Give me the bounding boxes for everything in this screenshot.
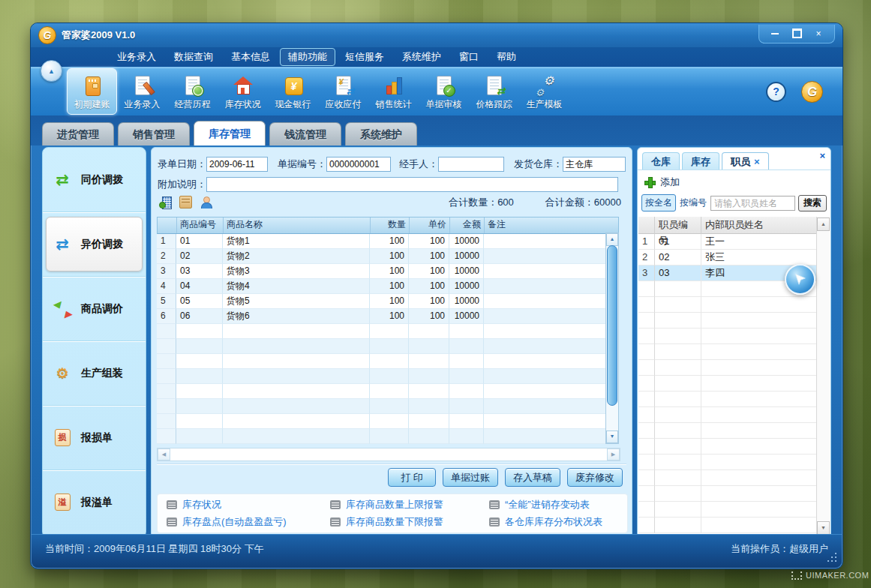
- scroll-left-icon[interactable]: ◀: [158, 448, 170, 460]
- document-panel: 录单日期： 单据编号： 经手人： 发货仓库： 附加说明： 合计数量：600 合计…: [151, 147, 632, 538]
- link-lower-limit-alert[interactable]: 库存商品数量下限报警: [330, 515, 489, 529]
- staff-row-empty: [638, 439, 817, 454]
- form-row-2: 附加说明：: [158, 177, 626, 192]
- panel-close-icon[interactable]: ×: [819, 150, 825, 161]
- watermark: UIMAKER.COM: [791, 571, 869, 580]
- link-allround-change-report[interactable]: “全能”进销存变动表: [489, 498, 627, 512]
- save-draft-button[interactable]: 存入草稿: [505, 468, 560, 487]
- filter-by-code[interactable]: 按编号: [679, 196, 707, 209]
- link-stock-check[interactable]: 库存盘点(自动盘盈盘亏): [167, 515, 330, 529]
- sidebar-item-loss-report[interactable]: 损 报损单: [43, 405, 146, 470]
- scrollbar-thumb[interactable]: [607, 245, 617, 406]
- staff-row-empty: [638, 407, 817, 423]
- staff-row-empty: [638, 344, 817, 360]
- tab-sales-management[interactable]: 销售管理: [118, 122, 190, 146]
- staff-search-input[interactable]: [710, 196, 795, 211]
- tab-close-icon[interactable]: ×: [754, 156, 760, 167]
- sidebar-item-goods-price-adjust[interactable]: 商品调价: [43, 276, 146, 340]
- action-buttons: 打 印 单据过账 存入草稿 废弃修改: [388, 468, 623, 487]
- link-stock-status[interactable]: 库存状况: [167, 498, 330, 512]
- search-button[interactable]: 搜索: [798, 195, 827, 212]
- tab-system-maintenance[interactable]: 系统维护: [345, 122, 417, 146]
- doc-no-label: 单据编号：: [278, 158, 326, 171]
- add-staff-button[interactable]: 添加: [645, 176, 680, 189]
- note-input[interactable]: [206, 177, 618, 192]
- tab-stock[interactable]: 库存: [682, 152, 719, 170]
- toolbar-button-cash-bank[interactable]: 现金银行: [268, 68, 318, 115]
- toolbar-button-production-template[interactable]: 生产模板: [519, 68, 569, 115]
- minimize-button[interactable]: [765, 27, 785, 40]
- close-button[interactable]: ×: [809, 27, 828, 40]
- toolbar-button-business-entry[interactable]: 业务录入: [117, 68, 167, 115]
- toolbar-button-voucher-audit[interactable]: 单据审核: [419, 68, 469, 115]
- tab-cashflow-management[interactable]: 钱流管理: [269, 122, 341, 146]
- table-row-empty: [157, 429, 607, 444]
- staff-row[interactable]: 1 01 王一: [638, 234, 817, 250]
- transfer-arrows-icon: ⇄: [53, 170, 72, 190]
- sidebar-item-production-assembly[interactable]: ⚙ 生产组装: [43, 340, 146, 405]
- tab-inventory-management[interactable]: 库存管理: [194, 121, 266, 146]
- help-icon[interactable]: ?: [766, 82, 786, 102]
- goods-box-icon[interactable]: [179, 196, 192, 208]
- horizontal-scrollbar[interactable]: ◀ ▶: [157, 448, 620, 461]
- staff-row[interactable]: 2 02 张三: [638, 250, 817, 266]
- toolbar-button-business-history[interactable]: 经营历程: [167, 68, 218, 115]
- doc-no-input[interactable]: [326, 157, 391, 172]
- menu-item-data-query[interactable]: 数据查询: [166, 48, 221, 66]
- menu-item-business-entry[interactable]: 业务录入: [109, 48, 164, 66]
- menu-item-system-maintenance[interactable]: 系统维护: [394, 48, 449, 66]
- maximize-button[interactable]: [787, 27, 806, 40]
- link-upper-limit-alert[interactable]: 库存商品数量上限报警: [330, 498, 489, 512]
- table-row[interactable]: 3 03 货物3 100 100 10000: [157, 264, 607, 279]
- report-icon: [330, 500, 341, 509]
- tab-purchase-management[interactable]: 进货管理: [42, 122, 114, 146]
- warehouse-building-icon[interactable]: [159, 196, 172, 208]
- menu-item-help[interactable]: 帮助: [488, 48, 524, 66]
- staff-scrollbar[interactable]: ▲ ▼: [816, 217, 830, 536]
- scroll-up-icon[interactable]: ▲: [606, 233, 618, 246]
- cursor-icon: [785, 264, 815, 295]
- table-row[interactable]: 4 04 货物4 100 100 10000: [157, 279, 607, 294]
- scroll-down-icon[interactable]: ▼: [817, 521, 830, 535]
- report-icon: [167, 500, 177, 509]
- sidebar-item-same-price-transfer[interactable]: ⇄ 同价调拨: [43, 148, 146, 212]
- table-row[interactable]: 1 01 货物1 100 100 10000: [157, 234, 607, 249]
- toolbar-button-sales-stats[interactable]: 销售统计: [368, 68, 419, 115]
- toolbar-button-price-tracking[interactable]: 价格跟踪: [469, 68, 519, 115]
- post-voucher-button[interactable]: 单据过账: [443, 468, 498, 487]
- col-note: 备注: [485, 218, 618, 233]
- tab-warehouse[interactable]: 仓库: [642, 152, 680, 170]
- table-row[interactable]: 5 05 货物5 100 100 10000: [157, 294, 607, 309]
- print-button[interactable]: 打 印: [388, 468, 436, 487]
- handler-input[interactable]: [438, 157, 504, 172]
- menu-item-basic-info[interactable]: 基本信息: [223, 48, 278, 66]
- sidebar-item-surplus-report[interactable]: 溢 报溢单: [43, 470, 146, 534]
- table-row-empty: [157, 324, 607, 339]
- filter-by-name-chip[interactable]: 按全名: [641, 194, 676, 212]
- date-input[interactable]: [206, 157, 268, 172]
- col-name: 商品名称: [224, 218, 371, 233]
- warehouse-input[interactable]: [563, 157, 626, 172]
- sidebar-item-diff-price-transfer[interactable]: ⇄ 异价调拨: [43, 212, 146, 276]
- menu-item-auxiliary[interactable]: 辅助功能: [280, 48, 335, 66]
- resize-grip[interactable]: [827, 553, 838, 563]
- vertical-scrollbar[interactable]: ▲ ▼: [605, 232, 619, 444]
- scroll-up-icon[interactable]: ▲: [817, 218, 830, 231]
- divider: [638, 170, 830, 170]
- menu-item-sms-service[interactable]: 短信服务: [337, 48, 392, 66]
- rollup-button[interactable]: ▲: [41, 60, 62, 82]
- link-warehouse-distribution[interactable]: 各仓库库存分布状况表: [489, 515, 627, 529]
- toolbar-button-receivable-payable[interactable]: 应收应付: [318, 68, 368, 115]
- brand-logo-icon: G: [801, 81, 823, 103]
- scroll-right-icon[interactable]: ▶: [607, 448, 620, 460]
- toolbar-button-stock-status[interactable]: 库存状况: [218, 68, 268, 115]
- menu-item-window[interactable]: 窗口: [451, 48, 487, 66]
- staff-row-empty: [638, 360, 817, 376]
- discard-changes-button[interactable]: 废弃修改: [567, 468, 623, 487]
- toolbar-button-initial-accounts[interactable]: 初期建账: [67, 68, 117, 115]
- tab-staff[interactable]: 职员×: [722, 152, 769, 170]
- table-row[interactable]: 2 02 货物2 100 100 10000: [157, 249, 607, 264]
- table-row[interactable]: 6 06 货物6 100 100 10000: [157, 309, 607, 324]
- staff-person-icon[interactable]: [200, 196, 212, 208]
- scroll-down-icon[interactable]: ▼: [606, 430, 618, 443]
